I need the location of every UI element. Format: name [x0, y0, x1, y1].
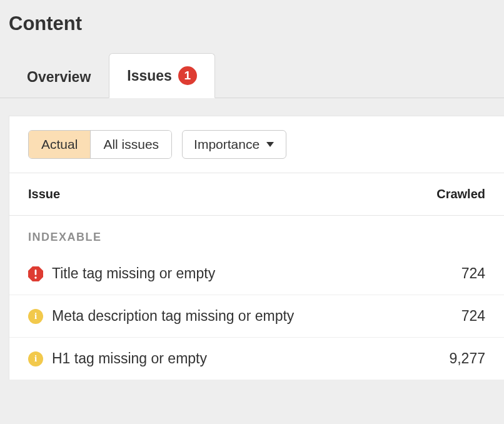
info-icon: i	[28, 351, 43, 366]
panel-controls: Actual All issues Importance	[9, 116, 504, 173]
error-icon	[28, 266, 43, 281]
issue-label: H1 tag missing or empty	[52, 350, 449, 367]
issue-label: Meta description tag missing or empty	[52, 308, 461, 325]
issue-row[interactable]: Title tag missing or empty 724	[9, 253, 504, 295]
tab-issues[interactable]: Issues 1	[109, 53, 215, 98]
column-header-crawled[interactable]: Crawled	[436, 187, 485, 201]
table-header-row: Issue Crawled	[9, 173, 504, 216]
column-header-issue[interactable]: Issue	[28, 187, 60, 201]
page-title: Content	[9, 13, 495, 35]
tab-issues-label: Issues	[127, 68, 172, 84]
importance-dropdown[interactable]: Importance	[182, 130, 286, 159]
tab-overview[interactable]: Overview	[9, 56, 109, 98]
issue-row[interactable]: i Meta description tag missing or empty …	[9, 295, 504, 338]
issue-label: Title tag missing or empty	[52, 265, 461, 282]
issues-count-badge: 1	[178, 66, 197, 85]
filter-all-issues-button[interactable]: All issues	[90, 131, 171, 158]
tabs-bar: Overview Issues 1	[0, 53, 504, 98]
tab-overview-label: Overview	[27, 69, 91, 86]
issue-crawled-count: 9,277	[449, 350, 485, 367]
issue-row[interactable]: i H1 tag missing or empty 9,277	[9, 338, 504, 380]
issue-crawled-count: 724	[461, 308, 485, 325]
caret-down-icon	[266, 141, 275, 148]
svg-rect-2	[35, 270, 37, 275]
section-indexable-label: Indexable	[9, 216, 504, 253]
filter-actual-button[interactable]: Actual	[29, 131, 90, 158]
importance-dropdown-label: Importance	[194, 137, 260, 152]
svg-point-3	[34, 276, 36, 278]
issue-crawled-count: 724	[461, 265, 485, 282]
info-icon: i	[28, 309, 43, 324]
issues-panel: Actual All issues Importance Issue Crawl…	[9, 116, 504, 380]
svg-marker-0	[266, 142, 274, 147]
filter-segment-group: Actual All issues	[28, 130, 172, 159]
